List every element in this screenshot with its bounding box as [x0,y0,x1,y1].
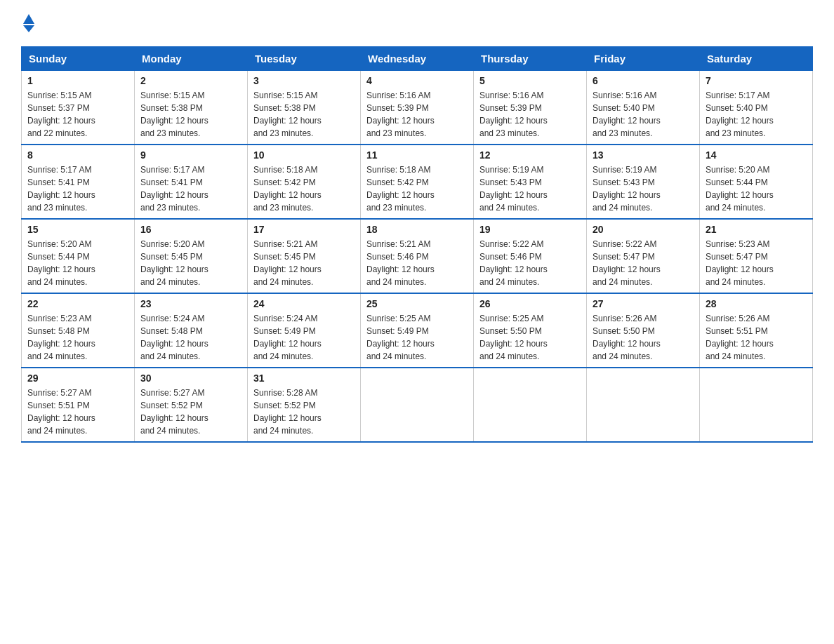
daylight-label: Daylight: 12 hours [593,264,661,274]
day-number: 18 [366,224,468,235]
daylight-minutes: and 23 minutes. [366,203,426,213]
daylight-minutes: and 24 minutes. [706,277,765,287]
calendar-cell: 17 Sunrise: 5:21 AM Sunset: 5:45 PM Dayl… [248,219,361,293]
sunset-label: Sunset: 5:39 PM [366,103,429,113]
day-number: 19 [479,224,581,235]
sunrise-label: Sunrise: 5:21 AM [253,239,317,249]
sunrise-label: Sunrise: 5:19 AM [479,165,543,175]
day-number: 21 [706,224,807,235]
day-number: 7 [706,75,807,86]
day-info: Sunrise: 5:22 AM Sunset: 5:46 PM Dayligh… [479,238,581,288]
sunrise-label: Sunrise: 5:16 AM [479,90,543,100]
calendar-cell: 30 Sunrise: 5:27 AM Sunset: 5:52 PM Dayl… [135,368,248,442]
calendar-cell: 31 Sunrise: 5:28 AM Sunset: 5:52 PM Dayl… [248,368,361,442]
sunset-label: Sunset: 5:38 PM [253,103,316,113]
sunset-label: Sunset: 5:40 PM [706,103,768,113]
day-info: Sunrise: 5:16 AM Sunset: 5:40 PM Dayligh… [593,89,694,140]
sunset-label: Sunset: 5:44 PM [706,177,768,187]
sunrise-label: Sunrise: 5:16 AM [366,90,430,100]
header-row: SundayMondayTuesdayWednesdayThursdayFrid… [22,47,813,71]
daylight-minutes: and 24 minutes. [140,351,200,361]
daylight-label: Daylight: 12 hours [366,339,435,349]
daylight-minutes: and 24 minutes. [27,426,87,436]
calendar-table: SundayMondayTuesdayWednesdayThursdayFrid… [21,46,813,443]
day-info: Sunrise: 5:17 AM Sunset: 5:40 PM Dayligh… [706,89,807,140]
calendar-cell: 23 Sunrise: 5:24 AM Sunset: 5:48 PM Dayl… [135,293,248,368]
calendar-cell: 3 Sunrise: 5:15 AM Sunset: 5:38 PM Dayli… [248,71,361,145]
sunset-label: Sunset: 5:50 PM [479,326,542,336]
day-number: 20 [593,224,694,235]
sunrise-label: Sunrise: 5:23 AM [706,239,769,249]
sunrise-label: Sunrise: 5:27 AM [27,388,91,398]
day-info: Sunrise: 5:20 AM Sunset: 5:45 PM Dayligh… [140,238,241,288]
day-number: 6 [593,75,694,86]
day-info: Sunrise: 5:15 AM Sunset: 5:37 PM Dayligh… [27,89,128,140]
sunset-label: Sunset: 5:46 PM [366,252,429,262]
logo [21,14,34,32]
day-number: 15 [27,224,128,235]
daylight-minutes: and 24 minutes. [140,277,200,287]
calendar-cell: 15 Sunrise: 5:20 AM Sunset: 5:44 PM Dayl… [22,219,135,293]
day-info: Sunrise: 5:16 AM Sunset: 5:39 PM Dayligh… [479,89,581,140]
header-cell-tuesday: Tuesday [248,47,361,71]
sunrise-label: Sunrise: 5:18 AM [366,165,430,175]
sunrise-label: Sunrise: 5:18 AM [253,165,317,175]
calendar-week-5: 29 Sunrise: 5:27 AM Sunset: 5:51 PM Dayl… [22,368,813,442]
daylight-minutes: and 24 minutes. [479,277,539,287]
sunset-label: Sunset: 5:43 PM [479,177,542,187]
sunset-label: Sunset: 5:52 PM [140,401,203,410]
sunset-label: Sunset: 5:42 PM [366,177,429,187]
calendar-cell: 13 Sunrise: 5:19 AM Sunset: 5:43 PM Dayl… [587,145,700,219]
daylight-label: Daylight: 12 hours [706,116,774,126]
daylight-minutes: and 24 minutes. [706,203,765,213]
day-number: 25 [366,298,468,309]
calendar-cell: 27 Sunrise: 5:26 AM Sunset: 5:50 PM Dayl… [587,293,700,368]
daylight-minutes: and 24 minutes. [253,426,313,436]
day-info: Sunrise: 5:23 AM Sunset: 5:47 PM Dayligh… [706,238,807,288]
daylight-minutes: and 24 minutes. [140,426,200,436]
day-info: Sunrise: 5:24 AM Sunset: 5:48 PM Dayligh… [140,312,241,363]
daylight-minutes: and 24 minutes. [706,351,765,361]
sunrise-label: Sunrise: 5:17 AM [27,165,91,175]
daylight-label: Daylight: 12 hours [140,413,208,423]
daylight-minutes: and 24 minutes. [366,351,426,361]
sunrise-label: Sunrise: 5:24 AM [253,314,317,323]
sunset-label: Sunset: 5:39 PM [479,103,542,113]
sunset-label: Sunset: 5:50 PM [593,326,655,336]
calendar-cell: 14 Sunrise: 5:20 AM Sunset: 5:44 PM Dayl… [700,145,813,219]
day-number: 22 [27,298,128,309]
daylight-label: Daylight: 12 hours [253,190,322,200]
header-cell-sunday: Sunday [22,47,135,71]
day-number: 26 [479,298,581,309]
sunrise-label: Sunrise: 5:28 AM [253,388,317,398]
sunrise-label: Sunrise: 5:15 AM [27,90,91,100]
calendar-cell: 21 Sunrise: 5:23 AM Sunset: 5:47 PM Dayl… [700,219,813,293]
sunrise-label: Sunrise: 5:20 AM [706,165,769,175]
day-number: 28 [706,298,807,309]
calendar-week-4: 22 Sunrise: 5:23 AM Sunset: 5:48 PM Dayl… [22,293,813,368]
header-cell-monday: Monday [135,47,248,71]
daylight-minutes: and 23 minutes. [253,203,313,213]
sunset-label: Sunset: 5:51 PM [706,326,768,336]
calendar-cell: 9 Sunrise: 5:17 AM Sunset: 5:41 PM Dayli… [135,145,248,219]
sunrise-label: Sunrise: 5:21 AM [366,239,430,249]
daylight-minutes: and 24 minutes. [593,351,652,361]
sunset-label: Sunset: 5:41 PM [140,177,203,187]
calendar-cell: 26 Sunrise: 5:25 AM Sunset: 5:50 PM Dayl… [474,293,587,368]
daylight-label: Daylight: 12 hours [366,116,435,126]
daylight-minutes: and 24 minutes. [366,277,426,287]
calendar-cell: 22 Sunrise: 5:23 AM Sunset: 5:48 PM Dayl… [22,293,135,368]
calendar-cell: 11 Sunrise: 5:18 AM Sunset: 5:42 PM Dayl… [361,145,474,219]
daylight-label: Daylight: 12 hours [479,339,548,349]
day-number: 17 [253,224,355,235]
day-number: 29 [27,373,128,384]
daylight-minutes: and 24 minutes. [479,351,539,361]
calendar-cell: 7 Sunrise: 5:17 AM Sunset: 5:40 PM Dayli… [700,71,813,145]
daylight-label: Daylight: 12 hours [366,190,435,200]
sunset-label: Sunset: 5:47 PM [706,252,768,262]
day-number: 11 [366,149,468,161]
day-info: Sunrise: 5:27 AM Sunset: 5:51 PM Dayligh… [27,387,128,437]
day-info: Sunrise: 5:17 AM Sunset: 5:41 PM Dayligh… [140,163,241,214]
page-header [21,14,813,32]
day-number: 16 [140,224,241,235]
